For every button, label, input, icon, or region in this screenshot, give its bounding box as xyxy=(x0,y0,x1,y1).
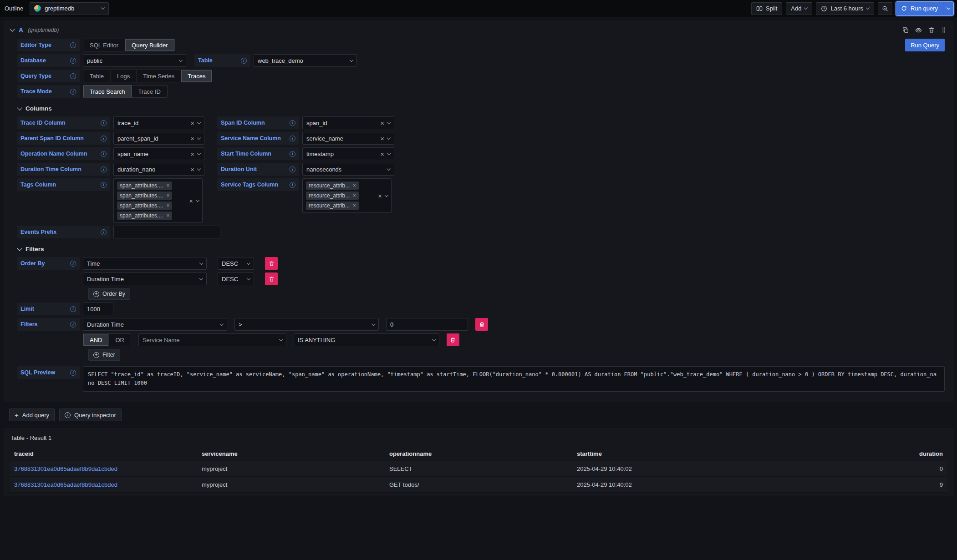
info-icon[interactable]: i xyxy=(290,120,295,126)
database-select[interactable]: public xyxy=(83,54,186,67)
trace-id-link[interactable]: 3768831301ea0d65adaef8b9da1cbded xyxy=(10,477,197,493)
remove-tag-icon[interactable]: × xyxy=(166,183,169,188)
info-icon[interactable]: i xyxy=(101,229,107,235)
remove-filter-button[interactable] xyxy=(475,318,488,331)
info-icon[interactable]: i xyxy=(290,166,295,172)
remove-query-trash-icon[interactable] xyxy=(928,27,935,33)
order-by-direction-select[interactable]: DESC xyxy=(218,257,254,270)
filter-value-input[interactable] xyxy=(386,318,468,331)
filter-field-select[interactable]: Service Name xyxy=(138,333,286,346)
order-by-field-select[interactable]: Duration Time xyxy=(83,272,207,285)
info-icon[interactable]: i xyxy=(70,261,76,267)
add-order-by-button[interactable]: + Order By xyxy=(88,288,130,300)
column-header-operationname[interactable]: operationname xyxy=(385,447,572,461)
outline-toggle[interactable]: Outline xyxy=(4,5,24,12)
table-select[interactable]: web_trace_demo xyxy=(254,54,357,67)
info-icon[interactable]: i xyxy=(241,58,247,64)
remove-order-by-button[interactable] xyxy=(265,257,278,270)
editor-type-option-sql-editor[interactable]: SQL Editor xyxy=(83,39,125,51)
order-by-field-select[interactable]: Time xyxy=(83,257,207,270)
hide-response-eye-icon[interactable] xyxy=(915,27,922,34)
service-tags-column-multiselect[interactable]: resource_attrib...× resource_attrib...× … xyxy=(302,178,392,213)
duration-time-column-select[interactable]: duration_nano × xyxy=(113,163,204,176)
info-icon[interactable]: i xyxy=(101,151,107,157)
trace-mode-option-trace-search[interactable]: Trace Search xyxy=(83,86,132,97)
drag-handle-icon[interactable] xyxy=(941,27,947,33)
query-type-option-time-series[interactable]: Time Series xyxy=(137,70,181,82)
datasource-picker[interactable]: greptimedb xyxy=(30,2,109,15)
info-icon[interactable]: i xyxy=(101,120,107,126)
clear-icon[interactable]: × xyxy=(380,120,384,126)
info-icon[interactable]: i xyxy=(70,306,76,312)
editor-type-option-query-builder[interactable]: Query Builder xyxy=(125,39,174,51)
column-header-duration[interactable]: duration xyxy=(760,447,947,461)
run-query-options-caret[interactable] xyxy=(943,2,953,15)
query-type-option-logs[interactable]: Logs xyxy=(111,70,137,82)
info-icon[interactable]: i xyxy=(101,136,107,141)
filter-logic-or[interactable]: OR xyxy=(109,334,131,346)
info-icon[interactable]: i xyxy=(290,182,295,188)
operation-name-column-select[interactable]: span_name × xyxy=(113,147,204,160)
limit-input[interactable] xyxy=(83,303,113,315)
trace-id-column-select[interactable]: trace_id × xyxy=(113,116,204,129)
query-type-option-table[interactable]: Table xyxy=(83,70,111,82)
split-button[interactable]: Split xyxy=(751,2,782,15)
duration-unit-select[interactable]: nanoseconds xyxy=(302,163,394,176)
order-by-direction-select[interactable]: DESC xyxy=(218,272,254,285)
filter-operator-select[interactable]: > xyxy=(234,318,379,331)
remove-order-by-button[interactable] xyxy=(265,272,278,285)
info-icon[interactable]: i xyxy=(70,89,76,95)
clear-all-icon[interactable]: × xyxy=(378,192,382,199)
column-header-starttime[interactable]: starttime xyxy=(572,447,760,461)
service-name-column-select[interactable]: service_name × xyxy=(302,132,394,145)
remove-tag-icon[interactable]: × xyxy=(166,193,169,198)
column-header-traceid[interactable]: traceid xyxy=(10,447,197,461)
query-inspector-button[interactable]: i Query inspector xyxy=(59,409,122,421)
run-query-button-top[interactable]: Run query xyxy=(896,2,943,15)
info-icon[interactable]: i xyxy=(101,182,107,188)
run-query-button-panel[interactable]: Run Query xyxy=(905,39,945,51)
column-header-servicename[interactable]: servicename xyxy=(197,447,385,461)
filter-logic-and[interactable]: AND xyxy=(83,334,109,346)
remove-tag-icon[interactable]: × xyxy=(166,203,169,208)
duplicate-query-icon[interactable] xyxy=(902,27,909,33)
filters-section-header[interactable]: Filters xyxy=(18,246,946,252)
time-range-picker[interactable]: Last 6 hours xyxy=(816,2,874,15)
filter-field-select[interactable]: Duration Time xyxy=(83,318,227,331)
tags-column-multiselect[interactable]: span_attributes....× span_attributes....… xyxy=(113,178,203,223)
add-filter-button[interactable]: + Filter xyxy=(88,349,120,361)
info-icon[interactable]: i xyxy=(101,166,107,172)
collapse-query-chevron-icon[interactable] xyxy=(10,26,15,31)
clear-icon[interactable]: × xyxy=(190,151,194,157)
info-icon[interactable]: i xyxy=(290,151,295,157)
info-icon[interactable]: i xyxy=(70,58,76,64)
info-icon[interactable]: i xyxy=(70,370,76,376)
start-time-column-select[interactable]: timestamp × xyxy=(302,147,394,160)
remove-tag-icon[interactable]: × xyxy=(353,203,356,208)
parent-span-id-column-select[interactable]: parent_span_id × xyxy=(113,132,204,145)
columns-section-header[interactable]: Columns xyxy=(18,105,946,112)
info-icon[interactable]: i xyxy=(70,73,76,79)
info-icon[interactable]: i xyxy=(70,42,76,48)
zoom-out-button[interactable] xyxy=(878,2,892,15)
add-dropdown[interactable]: Add xyxy=(786,2,812,15)
events-prefix-input[interactable] xyxy=(113,226,220,238)
info-icon[interactable]: i xyxy=(290,136,295,141)
clear-icon[interactable]: × xyxy=(190,166,194,173)
clear-icon[interactable]: × xyxy=(190,135,194,142)
filter-operator-select[interactable]: IS ANYTHING xyxy=(294,333,439,346)
query-type-option-traces[interactable]: Traces xyxy=(181,70,212,82)
clear-icon[interactable]: × xyxy=(190,120,194,126)
remove-tag-icon[interactable]: × xyxy=(166,213,169,218)
info-icon[interactable]: i xyxy=(70,322,76,328)
span-id-column-select[interactable]: span_id × xyxy=(302,116,394,129)
clear-icon[interactable]: × xyxy=(380,151,384,157)
remove-tag-icon[interactable]: × xyxy=(353,193,356,198)
add-query-button[interactable]: + Add query xyxy=(9,409,55,421)
remove-tag-icon[interactable]: × xyxy=(353,183,356,188)
clear-all-icon[interactable]: × xyxy=(189,197,193,204)
remove-filter-button[interactable] xyxy=(447,333,459,346)
trace-mode-option-trace-id[interactable]: Trace ID xyxy=(132,86,167,97)
trace-id-link[interactable]: 3768831301ea0d65adaef8b9da1cbded xyxy=(10,461,197,477)
clear-icon[interactable]: × xyxy=(380,135,384,142)
